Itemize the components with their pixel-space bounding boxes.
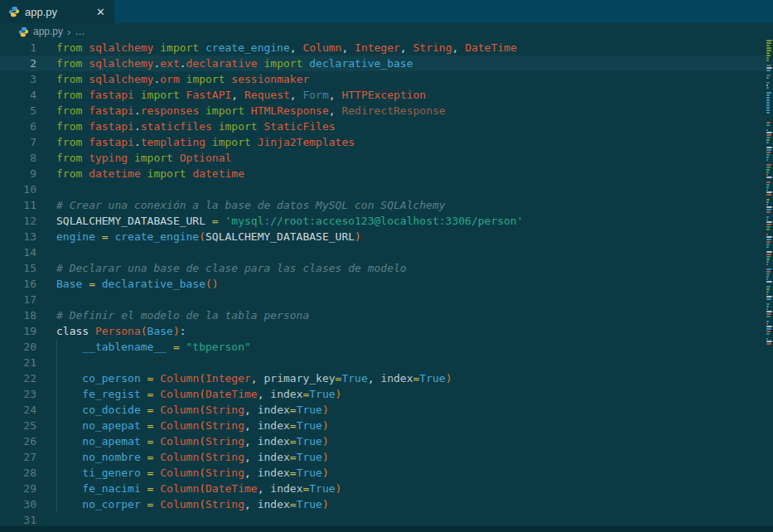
line-number[interactable]: 26 (0, 433, 36, 449)
code-line[interactable]: 10 (0, 181, 766, 197)
minimap[interactable] (766, 40, 773, 526)
line-number[interactable]: 6 (0, 118, 36, 134)
code-text[interactable]: # Crear una conexión a la base de datos … (56, 197, 446, 213)
code-text[interactable]: Base = declarative_base() (56, 276, 219, 292)
code-line[interactable]: 3from sqlalchemy.orm import sessionmaker (0, 71, 766, 87)
code-line[interactable]: 2from sqlalchemy.ext.declarative import … (0, 56, 766, 71)
code-text[interactable]: from fastapi import FastAPI, Request, Fo… (56, 87, 426, 103)
code-text[interactable]: ti_genero = Column(String, index=True) (56, 465, 329, 481)
code-line[interactable]: 17 (0, 292, 766, 307)
tab-app-py[interactable]: app.py ✕ (0, 0, 114, 23)
code-line[interactable]: 15# Declarar una base de clase para las … (0, 260, 766, 276)
code-text[interactable]: SQLALCHEMY_DATABASE_URL = 'mysql://root:… (56, 213, 524, 229)
code-line[interactable]: 5from fastapi.responses import HTMLRespo… (0, 103, 766, 118)
line-number[interactable]: 11 (0, 197, 36, 213)
code-text[interactable]: class Persona(Base): (56, 323, 186, 339)
minimap-mark (766, 308, 768, 310)
line-number[interactable]: 25 (0, 418, 36, 433)
code-line[interactable]: 7from fastapi.templating import Jinja2Te… (0, 134, 766, 150)
line-number[interactable]: 3 (0, 71, 36, 87)
line-number[interactable]: 21 (0, 355, 36, 370)
line-number[interactable]: 30 (0, 496, 36, 512)
minimap-mark (766, 57, 769, 59)
code-line[interactable]: 22 co_person = Column(Integer, primary_k… (0, 370, 766, 386)
code-text[interactable]: from typing import Optional (56, 150, 231, 166)
code-text[interactable]: # Definir el modelo de la tabla persona (56, 307, 309, 323)
code-editor[interactable]: 1from sqlalchemy import create_engine, C… (0, 40, 766, 528)
code-line[interactable]: 23 fe_regist = Column(DateTime, index=Tr… (0, 386, 766, 402)
breadcrumb[interactable]: app.py › … (0, 23, 773, 40)
indent-guide (56, 386, 57, 402)
code-text[interactable]: fe_nacimi = Column(DateTime, index=True) (56, 481, 341, 496)
code-line[interactable]: 9from datetime import datetime (0, 166, 766, 181)
line-number[interactable]: 15 (0, 260, 36, 276)
code-line[interactable]: 21 (0, 355, 766, 370)
line-number[interactable]: 2 (0, 56, 36, 71)
line-number[interactable]: 8 (0, 150, 36, 166)
minimap-mark (766, 236, 772, 238)
code-line[interactable]: 20 __tablename__ = "tbperson" (0, 339, 766, 355)
line-number[interactable]: 9 (0, 166, 36, 181)
code-line[interactable]: 29 fe_nacimi = Column(DateTime, index=Tr… (0, 481, 766, 496)
breadcrumb-symbol[interactable]: … (75, 26, 85, 37)
code-line[interactable]: 26 no_apemat = Column(String, index=True… (0, 433, 766, 449)
code-text[interactable]: __tablename__ = "tbperson" (56, 339, 251, 355)
code-text[interactable]: co_person = Column(Integer, primary_key=… (56, 370, 452, 386)
code-text[interactable]: from sqlalchemy.ext.declarative import d… (56, 56, 413, 71)
code-text[interactable]: co_docide = Column(String, index=True) (56, 402, 329, 418)
breadcrumb-file[interactable]: app.py (33, 26, 63, 37)
code-line[interactable]: 18# Definir el modelo de la tabla person… (0, 307, 766, 323)
line-number[interactable]: 12 (0, 213, 36, 229)
line-number[interactable]: 28 (0, 465, 36, 481)
line-number[interactable]: 23 (0, 386, 36, 402)
code-text[interactable]: engine = create_engine(SQLALCHEMY_DATABA… (56, 229, 361, 244)
code-text[interactable]: from fastapi.responses import HTMLRespon… (56, 103, 446, 118)
line-number[interactable]: 13 (0, 229, 36, 244)
line-number[interactable]: 19 (0, 323, 36, 339)
line-number[interactable]: 1 (0, 40, 36, 56)
line-number[interactable]: 5 (0, 103, 36, 118)
code-line[interactable]: 1from sqlalchemy import create_engine, C… (0, 40, 766, 56)
minimap-mark (766, 169, 770, 171)
line-number[interactable]: 7 (0, 134, 36, 150)
code-line[interactable]: 30 no_corper = Column(String, index=True… (0, 496, 766, 512)
line-number[interactable]: 10 (0, 181, 36, 197)
code-text[interactable]: no_apepat = Column(String, index=True) (56, 418, 329, 433)
line-number[interactable]: 20 (0, 339, 36, 355)
code-line[interactable]: 24 co_docide = Column(String, index=True… (0, 402, 766, 418)
code-text[interactable]: no_corper = Column(String, index=True) (56, 496, 329, 512)
line-number[interactable]: 17 (0, 292, 36, 307)
code-line[interactable]: 19class Persona(Base): (0, 323, 766, 339)
code-line[interactable]: 6from fastapi.staticfiles import StaticF… (0, 118, 766, 134)
code-line[interactable]: 4from fastapi import FastAPI, Request, F… (0, 87, 766, 103)
code-line[interactable]: 13engine = create_engine(SQLALCHEMY_DATA… (0, 229, 766, 244)
line-number[interactable]: 4 (0, 87, 36, 103)
code-line[interactable]: 16Base = declarative_base() (0, 276, 766, 292)
code-text[interactable]: from sqlalchemy import create_engine, Co… (56, 40, 517, 56)
code-line[interactable]: 8from typing import Optional (0, 150, 766, 166)
close-icon[interactable]: ✕ (94, 5, 108, 19)
code-line[interactable]: 27 no_nombre = Column(String, index=True… (0, 449, 766, 465)
code-line[interactable]: 28 ti_genero = Column(String, index=True… (0, 465, 766, 481)
line-number[interactable]: 27 (0, 449, 36, 465)
line-number[interactable]: 22 (0, 370, 36, 386)
code-text[interactable]: fe_regist = Column(DateTime, index=True) (56, 386, 341, 402)
code-text[interactable]: from fastapi.staticfiles import StaticFi… (56, 118, 336, 134)
code-text[interactable]: no_nombre = Column(String, index=True) (56, 449, 329, 465)
code-text[interactable]: # Declarar una base de clase para las cl… (56, 260, 407, 276)
code-line[interactable]: 12SQLALCHEMY_DATABASE_URL = 'mysql://roo… (0, 213, 766, 229)
code-text[interactable]: from datetime import datetime (56, 166, 244, 181)
horizontal-scrollbar[interactable] (0, 526, 773, 532)
line-number[interactable]: 29 (0, 481, 36, 496)
line-number[interactable]: 16 (0, 276, 36, 292)
line-number[interactable]: 14 (0, 244, 36, 260)
code-line[interactable]: 11# Crear una conexión a la base de dato… (0, 197, 766, 213)
line-number[interactable]: 18 (0, 307, 36, 323)
code-text[interactable]: from sqlalchemy.orm import sessionmaker (56, 71, 309, 87)
code-text[interactable]: no_apemat = Column(String, index=True) (56, 433, 329, 449)
indent-guide (56, 433, 57, 449)
code-line[interactable]: 14 (0, 244, 766, 260)
line-number[interactable]: 24 (0, 402, 36, 418)
code-line[interactable]: 25 no_apepat = Column(String, index=True… (0, 418, 766, 433)
code-text[interactable]: from fastapi.templating import Jinja2Tem… (56, 134, 355, 150)
